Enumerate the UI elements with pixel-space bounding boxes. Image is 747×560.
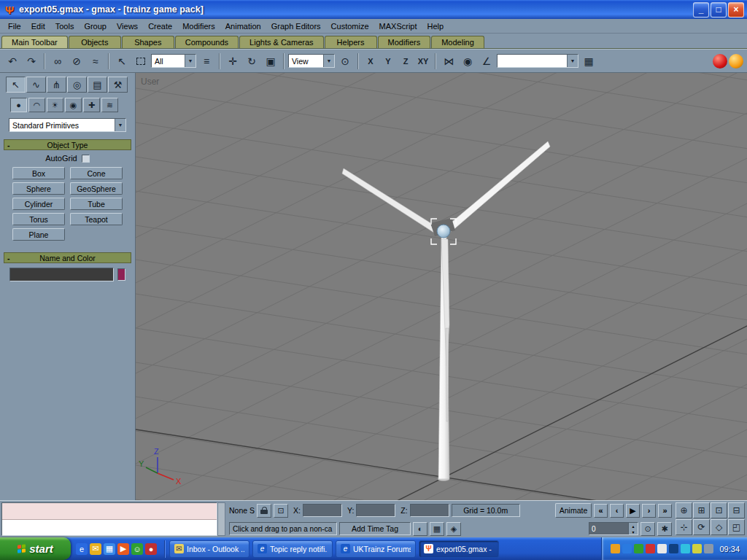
cone-button[interactable]: Cone [70,167,123,179]
x-coordinate-field[interactable] [303,504,342,517]
absolute-mode-button[interactable]: ⊡ [274,504,288,518]
go-to-end-button[interactable]: » [658,504,672,518]
zoom-icon[interactable]: ⊕ [676,502,692,518]
previous-frame-button[interactable]: ‹ [610,504,624,518]
primitives-combo[interactable]: Standard Primitives ▼ [9,118,126,132]
sphere-button[interactable]: Sphere [12,182,65,195]
selection-filter-combo[interactable]: All ▼ [151,54,196,68]
mirror-icon[interactable]: ⋈ [440,52,457,70]
menu-file[interactable]: File [3,20,26,32]
geosphere-button[interactable]: GeoSphere [70,182,123,195]
crossing-selection-toggle-icon[interactable]: ◐ [413,522,427,536]
cameras-category-icon[interactable]: ◉ [65,98,82,112]
task-export05-gmax[interactable]: Ψ export05.gmax - ... [419,540,499,558]
menu-graph-editors[interactable]: Graph Editors [266,20,326,32]
window-crossing-toggle-icon[interactable]: ▦ [580,52,597,70]
tab-main-toolbar[interactable]: Main Toolbar [1,36,68,48]
zoom-region-icon[interactable]: ⊟ [728,502,745,518]
min-max-toggle-icon[interactable]: ◰ [728,519,745,535]
spacewarps-category-icon[interactable]: ≋ [101,98,118,112]
object-name-input[interactable] [9,268,114,281]
named-selection-sets-combo[interactable]: ▼ [497,54,578,68]
create-tab-icon[interactable]: ↖ [6,77,26,93]
current-frame-field[interactable]: ▴ ▾ [589,522,638,535]
tab-lights-cameras[interactable]: Lights & Cameras [239,36,323,48]
chevron-down-icon[interactable]: ▼ [567,55,578,67]
frame-number-input[interactable] [589,525,628,533]
menu-edit[interactable]: Edit [26,20,50,32]
z-coordinate-field[interactable] [410,504,449,517]
menu-group[interactable]: Group [79,20,112,32]
tube-button[interactable]: Tube [70,198,123,210]
play-animation-button[interactable]: ▶ [626,504,640,518]
go-to-start-button[interactable]: « [594,504,608,518]
zoom-extents-icon[interactable]: ⊡ [711,502,727,518]
next-frame-button[interactable]: › [642,504,656,518]
selection-lock-button[interactable] [257,504,271,518]
menu-maxscript[interactable]: MAXScript [374,20,422,32]
menu-animation[interactable]: Animation [220,20,266,32]
helpers-category-icon[interactable]: ✚ [83,98,100,112]
task-topic-reply-notification[interactable]: e Topic reply notifi... [252,540,333,558]
restrict-y-button[interactable]: Y [380,53,396,69]
tab-compounds[interactable]: Compounds [175,36,239,48]
show-desktop-icon[interactable]: ▦ [104,543,115,555]
material-navigator-icon[interactable] [729,54,743,69]
animate-button[interactable]: Animate [555,503,592,518]
restrict-xy-plane-button[interactable]: XY [415,53,431,69]
plane-button[interactable]: Plane [12,228,65,241]
browser-icon[interactable]: ● [145,543,157,555]
menu-help[interactable]: Help [422,20,449,32]
menu-customize[interactable]: Customize [326,20,374,32]
autogrid-checkbox[interactable] [82,155,90,163]
shapes-category-icon[interactable]: ◠ [28,98,45,112]
field-of-view-icon[interactable]: ◇ [711,519,727,535]
tray-icon[interactable] [669,544,678,553]
listener-macro-pane[interactable] [2,503,217,520]
rectangular-selection-region-icon[interactable] [132,52,150,70]
task-inbox-outlook[interactable]: ✉ Inbox - Outlook ... [169,540,249,558]
user-viewport[interactable]: Z X Y User [136,73,747,500]
title-bar[interactable]: Ψ export05.gmax - gmax - [trainz game pa… [0,0,747,19]
tray-icon[interactable] [634,544,643,553]
use-pivot-center-icon[interactable]: ⊙ [336,52,354,70]
y-coordinate-field[interactable] [356,504,395,517]
email-icon[interactable]: ✉ [90,543,101,555]
tray-icon[interactable] [657,544,667,553]
tray-icon[interactable] [704,544,713,553]
undo-icon[interactable]: ↶ [4,52,21,70]
select-and-move-icon[interactable]: ✛ [224,52,241,70]
redo-icon[interactable]: ↷ [23,52,40,70]
internet-explorer-icon[interactable]: e [76,543,88,555]
hierarchy-tab-icon[interactable]: ⋔ [47,77,66,93]
chevron-down-icon[interactable]: ▼ [115,119,125,131]
display-tab-icon[interactable]: ▤ [88,77,107,93]
zoom-all-icon[interactable]: ⊞ [693,502,710,518]
selection-set-field[interactable]: None S [229,506,255,515]
start-button[interactable]: start [0,537,71,560]
modify-tab-icon[interactable]: ∿ [26,77,46,93]
select-and-rotate-icon[interactable]: ↻ [243,52,260,70]
close-button[interactable]: × [728,2,744,18]
chevron-down-icon[interactable]: ▼ [185,55,196,67]
box-button[interactable]: Box [12,167,65,179]
menu-create[interactable]: Create [143,20,177,32]
maxscript-mini-listener[interactable] [1,502,217,536]
wind-turbine-model[interactable] [342,141,550,481]
tab-modifiers[interactable]: Modifiers [378,36,431,48]
listener-scrollbar[interactable] [217,502,225,536]
tab-helpers[interactable]: Helpers [325,36,377,48]
menu-tools[interactable]: Tools [50,20,80,32]
utilities-tab-icon[interactable]: ⚒ [108,77,128,93]
angle-snap-icon[interactable]: ∠ [478,52,495,70]
menu-modifiers[interactable]: Modifiers [177,20,220,32]
media-player-icon[interactable]: ▶ [117,543,129,555]
menu-views[interactable]: Views [112,20,143,32]
spinner-down-icon[interactable]: ▾ [629,529,638,534]
restrict-z-button[interactable]: Z [398,53,414,69]
select-and-link-icon[interactable]: ∞ [49,52,66,70]
geometry-category-icon[interactable]: ● [10,98,27,112]
tab-objects[interactable]: Objects [69,36,121,48]
tray-icon[interactable] [646,544,655,553]
tray-icon[interactable] [681,544,690,553]
